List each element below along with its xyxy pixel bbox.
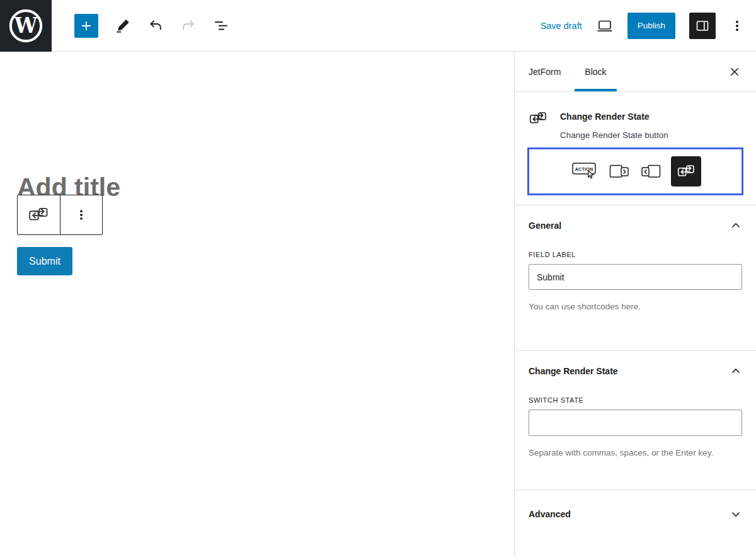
- submit-button[interactable]: Submit: [17, 247, 72, 275]
- ellipsis-vertical-icon: [730, 18, 745, 33]
- panel-general: General FIELD LABEL You can use shortcod…: [515, 205, 756, 350]
- change-render-state-icon: [677, 162, 696, 181]
- undo-icon: [147, 18, 164, 34]
- save-draft-button[interactable]: Save draft: [541, 21, 582, 31]
- tab-jetform[interactable]: JetForm: [518, 52, 571, 91]
- tools-button[interactable]: [115, 18, 131, 34]
- settings-sidebar-toggle[interactable]: [689, 13, 716, 39]
- variation-change-render-state[interactable]: [671, 156, 701, 187]
- preview-button[interactable]: [596, 18, 614, 34]
- block-variations-picker: ACTION: [527, 147, 743, 195]
- panel-title: Change Render State: [529, 366, 618, 376]
- chevron-up-icon: [730, 219, 742, 232]
- svg-text:ACTION: ACTION: [575, 166, 593, 172]
- undo-button[interactable]: [147, 18, 164, 34]
- settings-sidebar: JetForm Block: [514, 52, 756, 557]
- toolbar-left-group: [74, 0, 229, 51]
- block-title: Change Render State: [560, 108, 668, 122]
- change-render-state-icon: [529, 109, 547, 128]
- switch-state-help: Separate with commas, spaces, or the Ent…: [529, 445, 742, 461]
- action-button-icon: ACTION: [571, 162, 598, 181]
- close-icon: [728, 65, 742, 79]
- variation-prev-page[interactable]: [639, 162, 662, 181]
- block-switcher-button[interactable]: [18, 195, 60, 234]
- list-view-button[interactable]: [213, 18, 229, 34]
- svg-text:W: W: [14, 13, 38, 38]
- chevron-down-icon: [730, 508, 742, 520]
- publish-button[interactable]: Publish: [627, 13, 675, 39]
- block-toolbar: [17, 195, 103, 235]
- sidebar-tabs: JetForm Block: [515, 52, 756, 92]
- variation-action-button[interactable]: ACTION: [570, 161, 599, 182]
- field-label-input[interactable]: [529, 264, 742, 290]
- block-card-text: Change Render State Change Render State …: [560, 108, 668, 140]
- sidebar-panel-icon: [695, 18, 710, 33]
- tab-block[interactable]: Block: [575, 52, 616, 91]
- variation-next-page[interactable]: [608, 162, 631, 181]
- close-sidebar-button[interactable]: [722, 59, 747, 84]
- switch-state-label: SWITCH STATE: [529, 396, 742, 404]
- panel-title: Advanced: [529, 509, 571, 519]
- next-page-icon: [609, 163, 629, 180]
- pencil-icon: [115, 18, 131, 34]
- panel-general-toggle[interactable]: General: [529, 219, 742, 232]
- block-card: Change Render State Change Render State …: [529, 108, 743, 140]
- redo-icon: [180, 18, 197, 34]
- field-label-help: You can use shortcodes here.: [529, 299, 742, 314]
- panel-advanced: Advanced: [515, 490, 756, 546]
- editor-canvas[interactable]: Add title S: [0, 52, 514, 557]
- plus-icon: [79, 19, 93, 33]
- block-description: Change Render State button: [560, 130, 668, 140]
- options-menu-button[interactable]: [730, 18, 745, 33]
- add-block-button[interactable]: [74, 14, 98, 38]
- wordpress-logo-icon: W: [8, 8, 44, 44]
- panel-change-render-state-toggle[interactable]: Change Render State: [529, 365, 742, 377]
- laptop-preview-icon: [596, 18, 614, 34]
- panel-title: General: [529, 221, 561, 231]
- redo-button[interactable]: [180, 18, 197, 34]
- wordpress-logo[interactable]: W: [0, 0, 52, 52]
- field-label-text: FIELD LABEL: [529, 251, 742, 258]
- panel-change-render-state: Change Render State SWITCH STATE Separat…: [515, 350, 756, 489]
- switch-state-input[interactable]: [529, 410, 742, 436]
- ellipsis-vertical-icon: [74, 207, 89, 222]
- block-card-section: Change Render State Change Render State …: [515, 92, 756, 205]
- toolbar-right-group: Save draft Publish: [541, 0, 756, 51]
- chevron-up-icon: [730, 365, 742, 377]
- list-view-icon: [213, 18, 229, 34]
- panel-advanced-toggle[interactable]: Advanced: [529, 508, 742, 520]
- block-options-button[interactable]: [60, 195, 103, 234]
- prev-page-icon: [641, 163, 661, 180]
- editor-top-bar: W: [0, 0, 756, 52]
- editor-main: Add title S: [0, 52, 756, 557]
- change-render-state-icon: [28, 204, 49, 226]
